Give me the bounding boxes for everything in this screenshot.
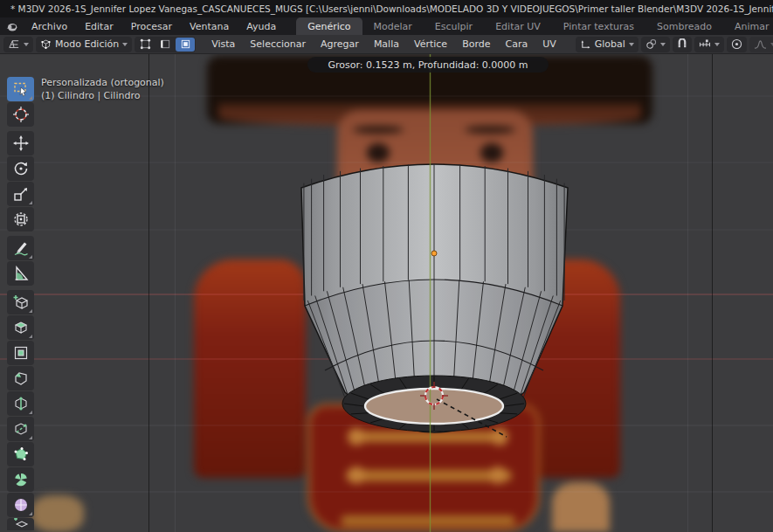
menu-ayuda[interactable]: Ayuda [238, 19, 284, 34]
bevel-icon [12, 370, 30, 387]
annotate-tool-icon [12, 239, 30, 257]
tool-rip-region-button[interactable] [7, 518, 34, 530]
orientation-label: Global [595, 38, 625, 50]
tool-annotate-button[interactable] [7, 236, 34, 260]
edge-select-button[interactable] [155, 38, 175, 52]
tool-rotate-button[interactable] [7, 156, 34, 181]
menu-vertice[interactable]: Vértice [408, 37, 453, 52]
falloff-curve-icon [754, 39, 767, 50]
menu-editar[interactable]: Editar [77, 19, 121, 34]
tool-spin-button[interactable] [7, 467, 34, 492]
tab-pintar-texturas[interactable]: Pintar texturas [552, 17, 645, 35]
transform-tool-icon [12, 211, 30, 228]
editor-type-button[interactable] [3, 37, 33, 52]
rip-region-icon [12, 518, 30, 530]
select-mode-group [135, 37, 196, 52]
edge-select-icon [160, 38, 171, 50]
face-select-icon [180, 38, 191, 50]
snap-toggle-button[interactable] [673, 37, 692, 52]
move-tool-icon [12, 135, 30, 152]
select-box-icon [12, 80, 30, 98]
tool-smooth-button[interactable] [7, 493, 34, 517]
knife-icon [12, 420, 30, 438]
pivot-point-icon [645, 38, 657, 50]
rotate-tool-icon [12, 160, 30, 177]
tab-generico[interactable]: Genérico [296, 17, 362, 35]
tool-cursor-button[interactable] [7, 102, 34, 127]
top-bar: Archivo Editar Procesar Ventana Ayuda Ge… [0, 17, 773, 35]
transform-orientation-dropdown[interactable]: Global [576, 37, 638, 52]
orientation-axes-icon [580, 39, 591, 50]
viewport-header: Modo Edición [0, 35, 773, 54]
tool-bevel-button[interactable] [7, 366, 34, 390]
window-title: * M3DV 2026-1S_Jennifer Lopez Vanegas_CA… [10, 3, 773, 14]
menu-cara[interactable]: Cara [499, 37, 534, 52]
vertex-select-button[interactable] [135, 38, 155, 52]
tool-scale-button[interactable] [7, 182, 34, 206]
loop-cut-icon [12, 395, 30, 412]
menu-borde[interactable]: Borde [456, 37, 496, 52]
cursor-tool-icon [12, 106, 30, 123]
scale-tool-icon [12, 185, 30, 203]
active-object-label: (1) Cilindro | Cilindro [41, 90, 140, 101]
menu-uv[interactable]: UV [536, 37, 562, 52]
blender-window: * M3DV 2026-1S_Jennifer Lopez Vanegas_CA… [0, 0, 773, 532]
tool-measure-button[interactable] [7, 261, 34, 286]
tool-loop-cut-button[interactable] [7, 391, 34, 416]
mesh-cylinder[interactable] [301, 164, 568, 432]
tab-sombreado[interactable]: Sombreado [645, 17, 723, 35]
status-tooltip: Grosor: 0.1523 m, Profundidad: 0.0000 m [307, 57, 549, 73]
spin-icon [12, 471, 30, 488]
tool-inset-faces-button[interactable] [7, 341, 34, 365]
menu-vista[interactable]: Vista [205, 37, 241, 52]
tab-editar-uv[interactable]: Editar UV [484, 17, 552, 35]
add-cube-icon [12, 294, 30, 311]
tool-transform-button[interactable] [7, 207, 34, 231]
menu-agregar[interactable]: Agregar [314, 37, 365, 52]
menu-seleccionar[interactable]: Seleccionar [244, 37, 312, 52]
menu-archivo[interactable]: Archivo [24, 19, 75, 34]
pivot-point-dropdown[interactable] [641, 37, 670, 52]
menu-ventana[interactable]: Ventana [182, 19, 237, 34]
poly-build-icon [12, 446, 30, 463]
tool-select-box-button[interactable] [7, 77, 34, 101]
tool-add-cube-button[interactable] [7, 290, 34, 314]
snap-settings-dropdown[interactable] [694, 37, 724, 52]
proportional-falloff-dropdown[interactable] [749, 37, 773, 52]
mode-dropdown[interactable]: Modo Edición [36, 37, 132, 52]
title-bar: * M3DV 2026-1S_Jennifer Lopez Vanegas_CA… [0, 0, 773, 17]
tool-extrude-region-button[interactable] [7, 315, 34, 340]
face-select-button[interactable] [176, 38, 195, 52]
viewport-canvas[interactable] [0, 54, 773, 532]
tool-shelf [7, 77, 35, 530]
tab-esculpir[interactable]: Esculpir [424, 17, 484, 35]
object-origin-dot [431, 251, 437, 256]
snap-increment-icon [699, 39, 711, 50]
3d-viewport[interactable]: Grosor: 0.1523 m, Profundidad: 0.0000 m … [0, 54, 773, 532]
viewport-editor-icon [8, 39, 20, 50]
menu-malla[interactable]: Malla [368, 37, 405, 52]
view-name-label: Personalizada (ortogonal) [41, 77, 164, 88]
vertex-select-icon [140, 38, 151, 50]
inset-faces-icon [12, 344, 30, 362]
proportional-edit-icon [731, 38, 742, 50]
smooth-icon [12, 496, 30, 514]
tool-poly-build-button[interactable] [7, 442, 34, 466]
tool-move-button[interactable] [7, 131, 34, 155]
measure-tool-icon [12, 265, 30, 282]
blender-menu-icon[interactable] [5, 21, 18, 32]
menu-procesar[interactable]: Procesar [123, 19, 180, 34]
tool-knife-button[interactable] [7, 417, 34, 441]
magnet-icon [677, 38, 687, 50]
workspace-tabs: Genérico Modelar Esculpir Editar UV Pint… [296, 17, 773, 35]
extrude-region-icon [12, 319, 30, 336]
proportional-edit-toggle[interactable] [727, 37, 747, 52]
edit-mode-icon [40, 38, 52, 50]
tab-modelar[interactable]: Modelar [362, 17, 424, 35]
mode-label: Modo Edición [55, 38, 119, 50]
tab-animar[interactable]: Animar [723, 17, 773, 35]
